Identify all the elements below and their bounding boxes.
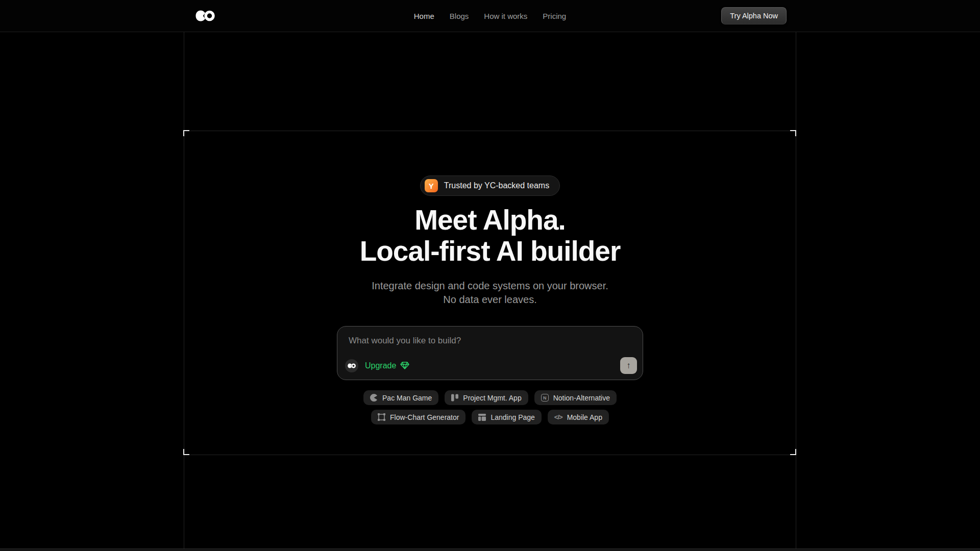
chip-notion-alternative[interactable]: N Notion-Alternative xyxy=(534,390,617,405)
frame-icon xyxy=(378,413,385,421)
chip-label: Flow-Chart Generator xyxy=(390,413,459,421)
chip-label: Notion-Alternative xyxy=(553,394,610,402)
prompt-input[interactable] xyxy=(337,327,643,353)
page-title: Meet Alpha. Local-first AI builder xyxy=(360,205,621,267)
upgrade-label: Upgrade xyxy=(365,361,396,370)
gem-icon xyxy=(400,362,409,369)
crop-mark-bottom-left xyxy=(183,449,189,455)
chip-flow-chart-generator[interactable]: Flow-Chart Generator xyxy=(371,410,465,424)
pacman-icon xyxy=(370,394,378,402)
submit-prompt-button[interactable]: ↑ xyxy=(620,357,637,374)
chip-label: Mobile App xyxy=(567,413,602,421)
next-section-edge xyxy=(0,548,980,551)
title-line-2: Local-first AI builder xyxy=(360,235,621,267)
suggestion-chips-row-2: Flow-Chart Generator Landing Page </> Mo… xyxy=(371,410,609,424)
infinity-logo[interactable] xyxy=(195,10,215,21)
subtitle-line-1: Integrate design and code systems on you… xyxy=(372,280,608,291)
infinity-icon xyxy=(348,363,356,368)
chip-label: Landing Page xyxy=(491,413,534,421)
notion-icon: N xyxy=(541,394,549,402)
chip-pac-man-game[interactable]: Pac Man Game xyxy=(363,390,438,405)
kanban-icon xyxy=(451,394,458,402)
crop-mark-bottom-right xyxy=(790,449,796,455)
chip-label: Pac Man Game xyxy=(382,394,432,402)
suggestion-chips-row-1: Pac Man Game Project Mgmt. App N Notion-… xyxy=(363,390,617,405)
try-alpha-now-button[interactable]: Try Alpha Now xyxy=(721,7,787,24)
subtitle-line-2: No data ever leaves. xyxy=(443,294,536,305)
trust-badge-label: Trusted by YC-backed teams xyxy=(444,181,549,190)
nav-link-home[interactable]: Home xyxy=(414,12,434,20)
model-logo-badge xyxy=(345,359,358,372)
top-nav: Home Blogs How it works Pricing Try Alph… xyxy=(0,0,980,32)
chip-mobile-app[interactable]: </> Mobile App xyxy=(548,410,609,424)
y-combinator-icon: Y xyxy=(425,179,438,192)
chip-project-mgmt-app[interactable]: Project Mgmt. App xyxy=(445,390,528,405)
hero-section: Y Trusted by YC-backed teams Meet Alpha.… xyxy=(184,32,796,424)
nav-link-pricing[interactable]: Pricing xyxy=(543,12,566,20)
arrow-up-icon: ↑ xyxy=(626,361,631,370)
prompt-box: Upgrade ↑ xyxy=(337,326,643,380)
chip-landing-page[interactable]: Landing Page xyxy=(472,410,541,424)
title-line-1: Meet Alpha. xyxy=(414,204,566,236)
nav-link-blogs[interactable]: Blogs xyxy=(450,12,469,20)
layout-icon xyxy=(478,414,486,421)
chip-label: Project Mgmt. App xyxy=(463,394,521,402)
infinity-logo-icon xyxy=(195,10,215,21)
nav-link-how-it-works[interactable]: How it works xyxy=(484,12,527,20)
nav-links: Home Blogs How it works Pricing xyxy=(414,12,566,20)
prompt-footer: Upgrade ↑ xyxy=(345,357,637,374)
code-icon: </> xyxy=(554,413,562,421)
frame-line-bottom xyxy=(184,455,796,455)
prompt-footer-left: Upgrade xyxy=(345,359,409,372)
upgrade-link[interactable]: Upgrade xyxy=(365,361,409,370)
page-subtitle: Integrate design and code systems on you… xyxy=(372,279,608,307)
trust-badge: Y Trusted by YC-backed teams xyxy=(420,176,560,196)
